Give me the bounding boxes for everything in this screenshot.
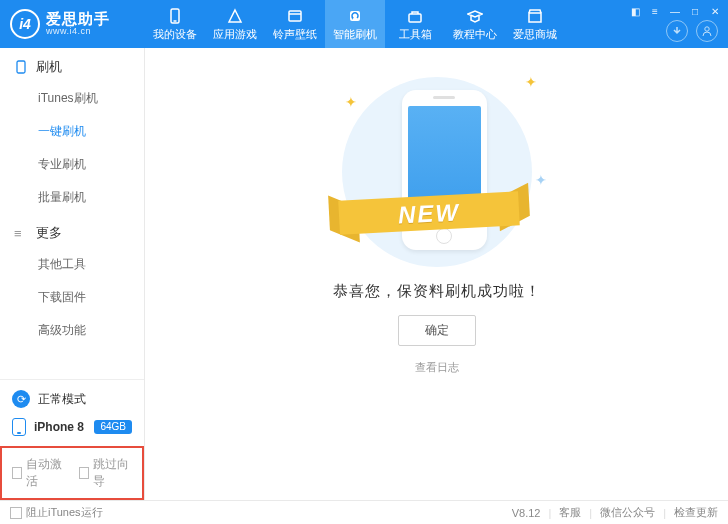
sidebar-item-other-tools[interactable]: 其他工具: [0, 248, 144, 281]
sidebar-group-more[interactable]: ≡ 更多: [0, 214, 144, 248]
app-title: 爱思助手: [46, 11, 110, 28]
main-content: ✦✦✦ NEW 恭喜您，保资料刷机成功啦！ 确定 查看日志: [145, 48, 728, 500]
toolbox-icon: [406, 7, 424, 25]
ok-button[interactable]: 确定: [398, 315, 476, 346]
store-icon: [526, 7, 544, 25]
sidebar-group-title: 刷机: [36, 58, 62, 76]
nav-toolbox[interactable]: 工具箱: [385, 0, 445, 48]
nav-label: 工具箱: [399, 27, 432, 42]
sidebar-group-flash[interactable]: 刷机: [0, 48, 144, 82]
nav-label: 我的设备: [153, 27, 197, 42]
nav-my-device[interactable]: 我的设备: [145, 0, 205, 48]
logo-icon: i4: [10, 9, 40, 39]
success-message: 恭喜您，保资料刷机成功啦！: [333, 282, 541, 301]
apps-icon: [226, 7, 244, 25]
wechat-link[interactable]: 微信公众号: [600, 505, 655, 520]
svg-rect-4: [409, 14, 421, 22]
checkbox-auto-activate[interactable]: 自动激活: [12, 456, 65, 490]
support-link[interactable]: 客服: [559, 505, 581, 520]
checkbox-label: 阻止iTunes运行: [26, 505, 103, 520]
device-info[interactable]: iPhone 8 64GB: [0, 418, 144, 446]
device-name: iPhone 8: [34, 420, 84, 434]
new-ribbon: NEW: [339, 182, 519, 242]
svg-point-5: [705, 27, 709, 31]
maximize-icon[interactable]: □: [688, 4, 702, 18]
skin-icon[interactable]: ◧: [628, 4, 642, 18]
more-icon: ≡: [14, 226, 28, 240]
checkbox-block-itunes[interactable]: 阻止iTunes运行: [10, 505, 103, 520]
mode-label: 正常模式: [38, 391, 86, 408]
svg-rect-6: [17, 61, 25, 73]
view-log-link[interactable]: 查看日志: [415, 360, 459, 375]
sidebar-item-advanced[interactable]: 高级功能: [0, 314, 144, 347]
app-logo: i4 爱思助手 www.i4.cn: [0, 9, 145, 39]
svg-rect-2: [289, 11, 301, 21]
sidebar-item-pro-flash[interactable]: 专业刷机: [0, 148, 144, 181]
checkbox-label: 自动激活: [26, 456, 65, 490]
version-label: V8.12: [512, 507, 541, 519]
media-icon: [286, 7, 304, 25]
flash-options: 自动激活 跳过向导: [0, 446, 144, 500]
device-icon: [12, 418, 26, 436]
app-header: i4 爱思助手 www.i4.cn 我的设备 应用游戏 铃声壁纸 智能刷机 工具…: [0, 0, 728, 48]
status-bar: 阻止iTunes运行 V8.12 | 客服 | 微信公众号 | 检查更新: [0, 500, 728, 524]
nav-label: 铃声壁纸: [273, 27, 317, 42]
account-button[interactable]: [696, 20, 718, 42]
sidebar-item-oneclick-flash[interactable]: 一键刷机: [0, 115, 144, 148]
nav-smart-flash[interactable]: 智能刷机: [325, 0, 385, 48]
checkbox-label: 跳过向导: [93, 456, 132, 490]
device-outline-icon: [14, 60, 28, 74]
refresh-icon: ⟳: [12, 390, 30, 408]
nav-label: 爱思商城: [513, 27, 557, 42]
success-illustration: ✦✦✦ NEW: [327, 72, 547, 272]
flash-icon: [346, 7, 364, 25]
check-update-link[interactable]: 检查更新: [674, 505, 718, 520]
checkbox-skip-wizard[interactable]: 跳过向导: [79, 456, 132, 490]
menu-icon[interactable]: ≡: [648, 4, 662, 18]
nav-label: 应用游戏: [213, 27, 257, 42]
sidebar: 刷机 iTunes刷机 一键刷机 专业刷机 批量刷机 ≡ 更多 其他工具 下载固…: [0, 48, 145, 500]
nav-store[interactable]: 爱思商城: [505, 0, 565, 48]
sidebar-item-batch-flash[interactable]: 批量刷机: [0, 181, 144, 214]
download-button[interactable]: [666, 20, 688, 42]
nav-ringtone-wallpaper[interactable]: 铃声壁纸: [265, 0, 325, 48]
phone-icon: [166, 7, 184, 25]
app-subtitle: www.i4.cn: [46, 27, 110, 37]
close-icon[interactable]: ✕: [708, 4, 722, 18]
nav-label: 教程中心: [453, 27, 497, 42]
nav-label: 智能刷机: [333, 27, 377, 42]
sidebar-item-itunes-flash[interactable]: iTunes刷机: [0, 82, 144, 115]
nav-apps-games[interactable]: 应用游戏: [205, 0, 265, 48]
nav-tutorials[interactable]: 教程中心: [445, 0, 505, 48]
sidebar-group-title: 更多: [36, 224, 62, 242]
device-mode[interactable]: ⟳ 正常模式: [0, 379, 144, 418]
sidebar-item-download-firmware[interactable]: 下载固件: [0, 281, 144, 314]
minimize-icon[interactable]: —: [668, 4, 682, 18]
storage-badge: 64GB: [94, 420, 132, 434]
window-controls: ◧ ≡ — □ ✕: [628, 4, 722, 18]
graduation-icon: [466, 7, 484, 25]
top-nav: 我的设备 应用游戏 铃声壁纸 智能刷机 工具箱 教程中心 爱思商城: [145, 0, 565, 48]
